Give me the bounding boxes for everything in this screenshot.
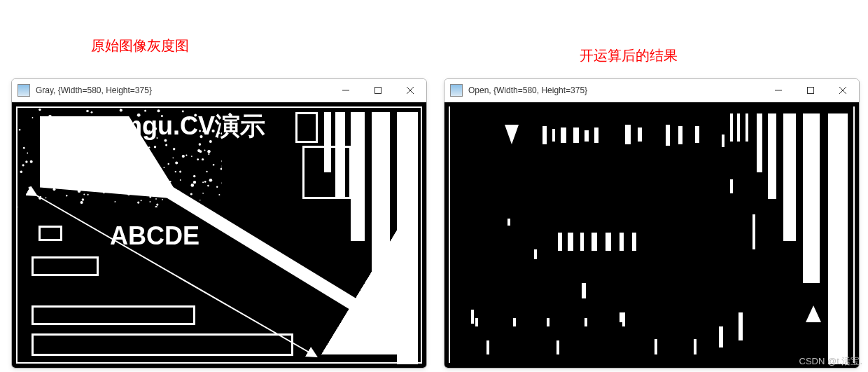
svg-point-485 (90, 134, 92, 137)
svg-point-265 (177, 191, 180, 193)
svg-point-801 (154, 128, 157, 130)
svg-point-337 (202, 193, 204, 194)
vbar-rem-4 (803, 113, 820, 283)
svg-point-565 (147, 155, 150, 158)
svg-point-131 (96, 186, 98, 188)
titlebar-gray[interactable]: Gray, {Width=580, Height=375} (12, 79, 426, 102)
svg-point-671 (82, 198, 85, 201)
svg-point-182 (20, 170, 23, 173)
text1-frag (625, 125, 631, 144)
maximize-icon (374, 87, 382, 94)
vbar-4 (372, 112, 390, 283)
svg-point-66 (125, 189, 127, 191)
svg-point-379 (166, 182, 169, 185)
speck (556, 340, 559, 354)
text2-frag (558, 233, 562, 251)
text1-frag (695, 126, 699, 143)
svg-point-226 (76, 155, 78, 158)
svg-point-905 (146, 130, 148, 132)
svg-point-681 (202, 181, 204, 183)
svg-point-678 (102, 181, 104, 184)
bottom-stub (547, 318, 550, 326)
svg-point-89 (220, 167, 222, 170)
svg-point-539 (58, 167, 61, 170)
maximize-button[interactable] (794, 79, 827, 102)
text1-frag (542, 126, 547, 144)
svg-point-783 (32, 117, 34, 118)
close-icon (407, 87, 414, 94)
svg-point-775 (103, 192, 104, 193)
svg-point-711 (141, 200, 142, 201)
hollow-bar-1 (31, 256, 99, 276)
svg-point-349 (72, 150, 76, 153)
arrowhead-remnant-bottom (806, 305, 821, 322)
svg-point-878 (150, 201, 151, 202)
speck (471, 310, 474, 324)
svg-point-19 (43, 174, 44, 176)
vbar-rem-2 (768, 113, 776, 199)
svg-point-701 (164, 139, 167, 142)
svg-point-475 (66, 185, 68, 186)
svg-point-823 (120, 109, 121, 110)
svg-point-612 (102, 132, 104, 133)
vbar-2 (335, 112, 345, 199)
svg-point-109 (122, 144, 126, 148)
svg-point-636 (132, 145, 135, 149)
svg-point-345 (42, 146, 44, 148)
maximize-button[interactable] (362, 79, 394, 102)
svg-point-559 (29, 187, 31, 189)
svg-point-117 (186, 155, 187, 156)
svg-point-514 (175, 162, 178, 165)
svg-point-297 (115, 201, 116, 202)
svg-point-206 (139, 157, 143, 160)
hollow-bar-3 (31, 333, 293, 356)
svg-point-7 (105, 174, 106, 176)
text2-frag (606, 233, 611, 251)
noise-speckles (12, 102, 222, 207)
svg-point-605 (88, 194, 89, 195)
svg-point-69 (125, 125, 127, 127)
vbar-5 (397, 112, 418, 364)
csdn-watermark: CSDN @t.活宝. (799, 355, 862, 368)
svg-point-674 (67, 146, 70, 149)
text1-frag (638, 128, 642, 142)
minimize-icon (775, 87, 782, 94)
svg-point-844 (56, 170, 57, 171)
svg-point-513 (188, 205, 191, 207)
svg-point-604 (107, 165, 108, 166)
svg-point-763 (166, 192, 167, 193)
svg-point-637 (172, 157, 174, 158)
svg-point-760 (60, 146, 63, 149)
svg-point-545 (155, 206, 158, 207)
svg-point-887 (156, 204, 158, 206)
image-open (444, 102, 859, 368)
close-button[interactable] (827, 79, 859, 102)
titlebar-open[interactable]: Open, {Width=580, Height=375} (444, 79, 859, 102)
svg-point-720 (38, 197, 41, 200)
close-button[interactable] (394, 79, 426, 102)
svg-point-558 (83, 194, 85, 195)
text1-frag (561, 128, 566, 143)
svg-point-336 (218, 132, 220, 135)
svg-point-466 (25, 160, 27, 163)
text2-frag (580, 233, 584, 251)
svg-point-440 (53, 120, 56, 123)
vbar-rem-1 (757, 113, 762, 172)
svg-point-40 (212, 130, 215, 132)
svg-point-460 (57, 160, 59, 163)
svg-point-691 (140, 189, 143, 192)
svg-rect-907 (808, 88, 814, 94)
svg-point-754 (125, 167, 127, 170)
svg-point-602 (109, 187, 112, 190)
speck (730, 179, 733, 193)
svg-point-236 (38, 109, 41, 111)
svg-point-500 (19, 129, 21, 131)
svg-point-249 (53, 172, 55, 174)
window-gray: Gray, {Width=580, Height=375} (11, 78, 427, 368)
minimize-button[interactable] (330, 79, 362, 102)
svg-point-846 (48, 115, 52, 118)
svg-point-703 (78, 189, 81, 193)
svg-point-421 (98, 152, 99, 153)
svg-point-330 (193, 181, 196, 184)
minimize-button[interactable] (762, 79, 794, 102)
